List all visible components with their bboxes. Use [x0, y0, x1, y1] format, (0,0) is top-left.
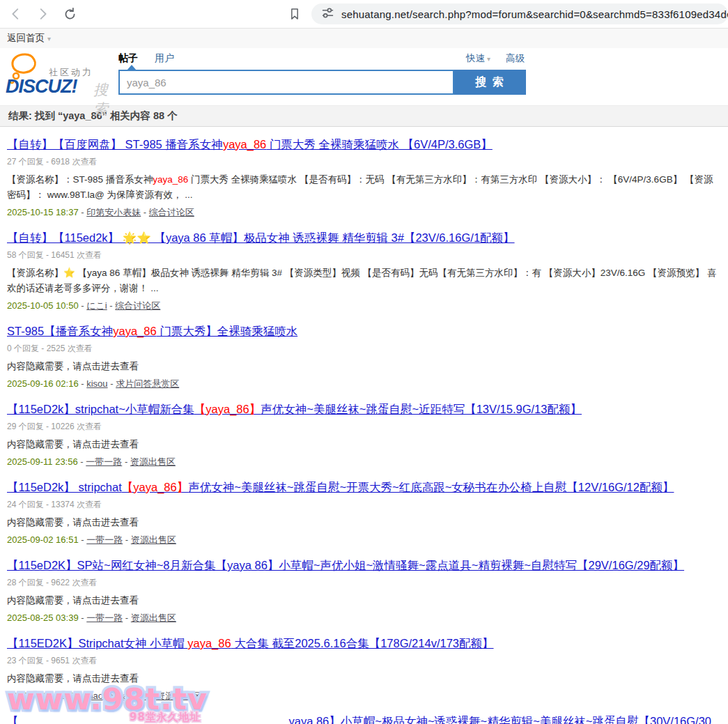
search-result-item: 【115eD2k】stripchat~小草帽新合集【yaya_86】声优女神~美… [7, 401, 721, 468]
result-date: 2025-08-25 03:39 [7, 613, 79, 623]
search-tabs: 帖子 用户 快速 ▾ 高级 [118, 51, 526, 65]
result-title: 【115eD2k】stripchat~小草帽新合集【yaya_86】声优女神~美… [7, 401, 721, 417]
result-title: 【115eD2k】 stripchat【yaya_86】声优女神~美腿丝袜~跳蛋… [7, 479, 721, 495]
results-list: 【自转】【百度网盘】 ST-985 播音系女神yaya_86 门票大秀 全裸骑乘… [0, 127, 728, 724]
search-result-item: 【115ED2K】Stripchat女神 小草帽 yaya_86 大合集 截至2… [7, 636, 721, 702]
search-form: 帖子 用户 快速 ▾ 高级 搜 索 [118, 51, 526, 95]
search-result-item: 【115eD2k】 stripchat【yaya_86】声优女神~美腿丝袜~跳蛋… [7, 479, 721, 546]
search-result-item: 【自转】【百度网盘】 ST-985 播音系女神yaya_86 门票大秀 全裸骑乘… [7, 137, 721, 219]
quick-search-link[interactable]: 快速 [466, 52, 485, 65]
result-author-link[interactable]: 一带一路 [86, 613, 123, 623]
result-meta: 23 个回复 - 9651 次查看 [7, 655, 721, 667]
result-meta: 24 个回复 - 13374 次查看 [7, 499, 721, 511]
result-footer: 2025-10-15 18:37 - 印第安小表妹 - 综合讨论区 [7, 206, 721, 219]
result-date: 2025-09-16 02:16 [7, 378, 79, 389]
result-title-link[interactable]: ST-985【播音系女神yaya_86 门票大秀】全裸骑乘猛喷水 [7, 325, 297, 337]
result-forum-link[interactable]: 资源出售区 [130, 456, 176, 467]
result-forum-link[interactable]: 资源出售区 [131, 534, 176, 545]
logo-suffix: 搜索 [93, 80, 117, 119]
result-title-link[interactable]: 【yaya 86】小草帽~极品女神~诱惑裸舞~精华剪辑~美腿丝袜~跳蛋自慰【30… [7, 715, 711, 724]
result-forum-link[interactable]: 综合讨论区 [115, 300, 160, 311]
result-author-link[interactable]: にこi [86, 300, 107, 311]
result-date: 2025-09-02 16:51 [7, 534, 79, 545]
result-title: 【自转】【百度网盘】 ST-985 播音系女神yaya_86 门票大秀 全裸骑乘… [7, 137, 721, 153]
result-forum-link[interactable]: 资源出售区 [131, 613, 176, 623]
result-date: 2025-09-11 23:56 [7, 456, 78, 467]
result-title-link[interactable]: 【115eD2k】 stripchat【yaya_86】声优女神~美腿丝袜~跳蛋… [7, 481, 674, 493]
result-title: 【自转】【115ed2k】 🌟⭐ 【yaya 86 草帽】极品女神 诱惑裸舞 精… [7, 230, 721, 246]
result-date: 2025-10-15 18:37 [7, 207, 79, 217]
result-description: 内容隐藏需要，请点击进去查看 [7, 515, 721, 530]
result-forum-link[interactable]: 资源出售区 [156, 691, 201, 701]
browser-back-icon[interactable] [8, 6, 24, 22]
search-button[interactable]: 搜 索 [454, 70, 526, 95]
back-home-link[interactable]: 返回首页 [7, 32, 45, 45]
site-settings-icon[interactable] [321, 6, 334, 22]
bookmark-icon[interactable] [288, 6, 302, 22]
result-title: 【115eD2K】SP站~网红女神~8月新合集【yaya 86】小草帽~声优小姐… [7, 557, 721, 573]
result-author-link[interactable]: 一带一路 [86, 534, 123, 545]
advanced-search-link[interactable]: 高级 [506, 52, 525, 65]
search-result-item: 【yaya 86】小草帽~极品女神~诱惑裸舞~精华剪辑~美腿丝袜~跳蛋自慰【30… [7, 714, 721, 724]
result-title-link[interactable]: 【115eD2K】SP站~网红女神~8月新合集【yaya 86】小草帽~声优小姐… [7, 559, 684, 571]
result-footer: 2025-09-11 23:56 - 一带一路 - 资源出售区 [7, 456, 721, 468]
result-meta: 29 个回复 - 10226 次查看 [7, 421, 721, 433]
top-nav-strip: 返回首页 ▾ [0, 29, 728, 48]
result-meta: 28 个回复 - 9622 次查看 [7, 577, 721, 589]
discuz-logo: 社区动力 DISCUZ! 搜索 [6, 52, 117, 101]
result-footer: 2025-07-28 22:56 - xiaoheimao123 - 资源出售区 [7, 690, 721, 702]
tab-users[interactable]: 用户 [155, 52, 174, 65]
result-footer: 2025-10-05 10:50 - にこi - 综合讨论区 [7, 300, 721, 312]
result-description: 内容隐藏需要，请点击进去查看 [7, 593, 721, 608]
result-description: 内容隐藏需要，请点击进去查看 [7, 437, 721, 452]
result-meta: 27 个回复 - 6918 次查看 [7, 156, 721, 168]
search-header: 社区动力 DISCUZ! 搜索 帖子 用户 快速 ▾ 高级 搜 索 [0, 48, 728, 105]
result-title: 【115ED2K】Stripchat女神 小草帽 yaya_86 大合集 截至2… [7, 636, 721, 652]
result-date: 2025-07-28 22:56 [7, 691, 79, 701]
result-title-link[interactable]: 【自转】【百度网盘】 ST-985 播音系女神yaya_86 门票大秀 全裸骑乘… [7, 138, 493, 151]
result-meta: 0 个回复 - 2525 次查看 [7, 343, 721, 355]
browser-reload-icon[interactable] [63, 7, 77, 22]
result-title-link[interactable]: 【115eD2k】stripchat~小草帽新合集【yaya_86】声优女神~美… [7, 403, 582, 415]
chevron-down-icon: ▾ [487, 55, 490, 63]
chevron-down-icon: ▾ [47, 35, 51, 43]
result-author-link[interactable]: xiaoheimao123 [86, 691, 148, 701]
tab-posts[interactable]: 帖子 [118, 52, 138, 65]
result-description: 内容隐藏需要，请点击进去查看 [7, 359, 721, 374]
result-author-link[interactable]: 印第安小表妹 [86, 207, 141, 217]
result-forum-link[interactable]: 求片问答悬赏区 [116, 378, 179, 389]
result-title-link[interactable]: 【115ED2K】Stripchat女神 小草帽 yaya_86 大合集 截至2… [7, 637, 494, 649]
result-description: 【资源名称】：ST-985 播音系女神yaya_86 门票大秀 全裸骑乘猛喷水 … [7, 172, 721, 203]
result-author-link[interactable]: kisou [86, 378, 107, 389]
browser-forward-icon[interactable] [35, 6, 50, 22]
result-author-link[interactable]: 一带一路 [86, 456, 122, 467]
browser-toolbar: sehuatang.net/search.php?mod=forum&searc… [0, 0, 728, 29]
search-result-item: 【115eD2K】SP站~网红女神~8月新合集【yaya 86】小草帽~声优小姐… [7, 557, 721, 624]
result-description: 【资源名称】⭐ 【yaya 86 草帽】极品女神 诱惑裸舞 精华剪辑 3# 【资… [7, 265, 721, 296]
result-forum-link[interactable]: 综合讨论区 [149, 207, 194, 217]
logo-brand: DISCUZ! [6, 76, 77, 98]
result-title: ST-985【播音系女神yaya_86 门票大秀】全裸骑乘猛喷水 [7, 323, 721, 339]
result-date: 2025-10-05 10:50 [7, 300, 79, 311]
search-result-item: ST-985【播音系女神yaya_86 门票大秀】全裸骑乘猛喷水 0 个回复 -… [7, 323, 721, 390]
result-title-link[interactable]: 【自转】【115ed2k】 🌟⭐ 【yaya 86 草帽】极品女神 诱惑裸舞 精… [7, 231, 515, 244]
result-description: 内容隐藏需要，请点击进去查看 [7, 671, 721, 686]
result-meta: 58 个回复 - 16451 次查看 [7, 249, 721, 261]
search-result-item: 【自转】【115ed2k】 🌟⭐ 【yaya 86 草帽】极品女神 诱惑裸舞 精… [7, 230, 721, 312]
result-title: 【yaya 86】小草帽~极品女神~诱惑裸舞~精华剪辑~美腿丝袜~跳蛋自慰【30… [7, 714, 721, 724]
result-footer: 2025-08-25 03:39 - 一带一路 - 资源出售区 [7, 612, 721, 624]
tab-pointer-triangle [127, 65, 137, 70]
search-input[interactable] [118, 70, 454, 95]
result-footer: 2025-09-02 16:51 - 一带一路 - 资源出售区 [7, 534, 721, 546]
result-footer: 2025-09-16 02:16 - kisou - 求片问答悬赏区 [7, 378, 721, 390]
url-text: sehuatang.net/search.php?mod=forum&searc… [341, 8, 728, 20]
url-bar[interactable]: sehuatang.net/search.php?mod=forum&searc… [311, 3, 728, 24]
